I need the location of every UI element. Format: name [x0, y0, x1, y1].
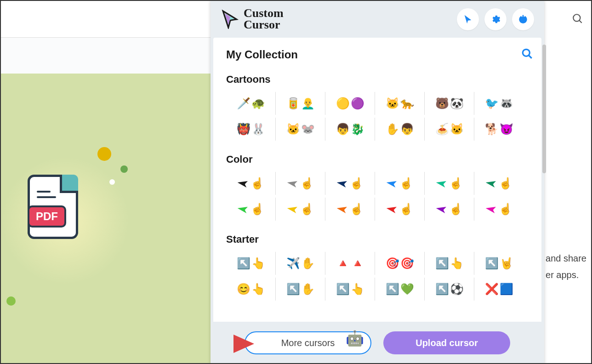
cursor-item-blue[interactable]: ☝: [375, 172, 425, 195]
dot-white: [109, 179, 115, 185]
cursor-item-garfield[interactable]: 🍝🐱: [425, 118, 474, 141]
bg-hero-area: PDF: [1, 74, 211, 364]
bg-white-strip: [1, 38, 211, 74]
collection-search-icon[interactable]: [521, 48, 533, 62]
page-search-icon[interactable]: [572, 13, 584, 27]
cursor-item-soccer[interactable]: ↖️⚽: [425, 278, 474, 301]
cursor-item-popeye[interactable]: 🥫👨‍🦲: [276, 92, 325, 115]
cursor-item-bears[interactable]: 🐻🐼: [425, 92, 474, 115]
cursor-item-regular[interactable]: 🐦🦝: [474, 92, 524, 115]
cursor-item-cyan[interactable]: ☝: [425, 172, 474, 195]
pdf-badge: PDF: [28, 205, 66, 228]
cursor-item-dragon[interactable]: 👦🐉: [325, 118, 375, 141]
cursor-item-magenta[interactable]: ☝: [474, 198, 524, 221]
cursor-item-holo[interactable]: ↖️👆: [226, 252, 276, 275]
power-button[interactable]: [512, 8, 534, 30]
dot-green2: [6, 296, 16, 306]
logo-cursor-icon: [221, 10, 240, 29]
cursor-item-green[interactable]: ☝: [226, 198, 276, 221]
svg-line-1: [579, 20, 581, 23]
default-cursor-button[interactable]: [457, 8, 479, 30]
cursor-item-target[interactable]: 🎯🎯: [375, 252, 425, 275]
bg-left-column: PDF: [1, 1, 211, 363]
cursor-item-yellow[interactable]: ☝: [276, 198, 325, 221]
cursor-item-ben10[interactable]: ✋👦: [375, 118, 425, 141]
svg-point-0: [573, 14, 580, 21]
dot-yellow: [97, 147, 111, 161]
minion-decoration-icon: 🤖: [346, 330, 364, 347]
logo-text: Custom Cursor: [244, 8, 284, 30]
cursor-item-rock[interactable]: ↖️🤘: [474, 252, 524, 275]
cursor-grid-starter: ↖️👆✈️✋🔺🔺🎯🎯↖️👆↖️🤘😊👆↖️✋↖️👆↖️💚↖️⚽❌🟦: [226, 252, 533, 303]
cursor-item-minion[interactable]: 🟡🟣: [325, 92, 375, 115]
cursor-item-navy[interactable]: ☝: [325, 172, 375, 195]
more-cursors-button[interactable]: More cursors 🤖: [245, 331, 371, 354]
cursor-item-darkgreen[interactable]: ☝: [474, 172, 524, 195]
collection-title: My Collection: [226, 48, 298, 61]
cursor-item-rainbow[interactable]: ↖️✋: [276, 278, 325, 301]
upload-cursor-button[interactable]: Upload cursor: [383, 331, 510, 354]
bg-clipped-text: and share er apps.: [546, 250, 586, 283]
bg-top-strip: [1, 1, 211, 38]
svg-line-3: [529, 55, 532, 58]
cursor-grid-cartoons: 🗡️🐢🥫👨‍🦲🟡🟣🐱🐆🐻🐼🐦🦝👹🐰🐱🐭👦🐉✋👦🍝🐱🐕😈: [226, 92, 533, 143]
section-title-starter: Starter: [226, 233, 533, 245]
cursor-item-tomjerry[interactable]: 🐱🐭: [276, 118, 325, 141]
cursor-item-tmnt[interactable]: 🗡️🐢: [226, 92, 276, 115]
cursor-item-felix[interactable]: 🐱🐆: [375, 92, 425, 115]
cursor-item-shrek[interactable]: 👹🐰: [226, 118, 276, 141]
popup-footer: More cursors 🤖 Upload cursor: [211, 322, 544, 364]
logo[interactable]: Custom Cursor: [221, 8, 284, 30]
collection-header: My Collection: [226, 48, 533, 62]
section-title-color: Color: [226, 154, 533, 165]
section-title-cartoons: Cartoons: [226, 74, 533, 85]
cursor-item-outline[interactable]: ↖️👆: [425, 252, 474, 275]
pdf-illustration: PDF: [19, 175, 84, 253]
dot-green: [120, 165, 128, 173]
cursor-item-gray[interactable]: ☝: [276, 172, 325, 195]
cursor-item-black[interactable]: ☝: [226, 172, 276, 195]
settings-button[interactable]: [484, 8, 507, 30]
scrollbar-thumb[interactable]: [542, 45, 546, 173]
cursor-grid-color: ☝☝☝☝☝☝☝☝☝☝☝☝: [226, 172, 533, 223]
cursor-item-pixel[interactable]: ❌🟦: [474, 278, 524, 301]
cursor-item-grinch[interactable]: 🐕😈: [474, 118, 524, 141]
cursor-item-smiley[interactable]: 😊👆: [226, 278, 276, 301]
cursor-item-splat[interactable]: ↖️💚: [375, 278, 425, 301]
popup-header: Custom Cursor: [211, 1, 544, 38]
svg-point-2: [523, 49, 529, 56]
cursor-item-stone[interactable]: 🔺🔺: [325, 252, 375, 275]
cursor-item-orange[interactable]: ☝: [325, 198, 375, 221]
cursor-item-paper[interactable]: ✈️✋: [276, 252, 325, 275]
cursor-item-purple[interactable]: ☝: [425, 198, 474, 221]
popup-body[interactable]: My Collection Cartoons🗡️🐢🥫👨‍🦲🟡🟣🐱🐆🐻🐼🐦🦝👹🐰🐱…: [213, 38, 541, 322]
cursor-item-red[interactable]: ☝: [375, 198, 425, 221]
cursor-item-glass[interactable]: ↖️👆: [325, 278, 375, 301]
extension-popup: Custom Cursor My Collection Cartoons🗡️🐢🥫…: [211, 1, 544, 364]
